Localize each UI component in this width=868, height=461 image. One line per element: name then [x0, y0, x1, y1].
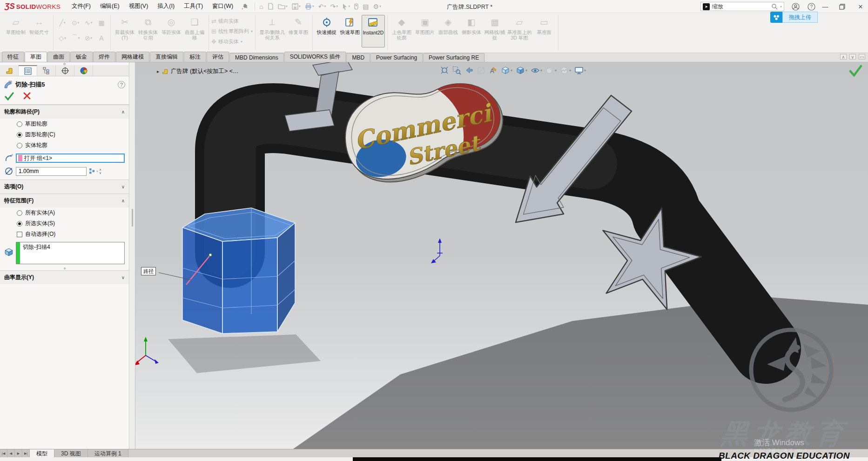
nav-next-icon[interactable]: ▶ — [15, 449, 22, 457]
linear-pattern-button[interactable]: ⊞线性草图阵列▾ — [211, 28, 253, 35]
ellipse-tool-icon[interactable]: ⊘▾ — [85, 34, 92, 42]
nav-prev-icon[interactable]: ◀ — [7, 449, 15, 457]
arc-tool-icon[interactable]: ⌒▾ — [71, 34, 80, 42]
confirmation-corner[interactable] — [848, 65, 862, 77]
view-orientation-icon[interactable]: ▾ — [501, 66, 512, 75]
splitter-grip[interactable] — [132, 209, 133, 227]
radio-selected-bodies[interactable]: 所选实体(S) — [0, 218, 129, 229]
menu-file[interactable]: 文件(F) — [67, 1, 95, 12]
instant2d-button[interactable]: Instant2D — [362, 15, 385, 47]
ribbon-collapse-icon[interactable]: ∧ — [840, 54, 847, 60]
section-options[interactable]: 选项(O) ∨ — [0, 180, 129, 194]
diameter-input[interactable] — [19, 168, 84, 174]
undo-icon[interactable]: ↶▾ — [317, 2, 328, 11]
repair-sketch-button[interactable]: ✎ 修复草图 — [287, 15, 310, 47]
configuration-manager-tab[interactable] — [37, 65, 56, 76]
annotation-view-icon[interactable]: A — [489, 66, 498, 75]
tree-expand-icon[interactable]: ▸ — [157, 69, 159, 74]
text-tool-icon[interactable]: A — [99, 34, 103, 42]
tab-evaluate[interactable]: 评估 — [207, 52, 229, 62]
bodies-selection-list[interactable]: 切除-扫描4 — [16, 242, 125, 264]
zoom-to-area-icon[interactable] — [452, 66, 461, 75]
menu-insert[interactable]: 插入(I) — [153, 1, 179, 12]
radio-circular-profile[interactable]: 圆形轮廓(C) — [0, 129, 129, 140]
section-profile-path[interactable]: 轮廓和路径(P) ∧ — [0, 105, 129, 119]
menu-edit[interactable]: 编辑(E) — [95, 1, 124, 12]
tab-3d-views[interactable]: 3D 视图 — [54, 449, 88, 457]
sketch-button[interactable]: ▱ 草图绘制 — [4, 15, 27, 47]
tab-addins[interactable]: SOLIDWORKS 插件 — [284, 52, 346, 62]
cancel-x-button[interactable] — [23, 92, 31, 100]
reference-plane-button[interactable]: ▭ 基准面 — [532, 15, 556, 47]
section-feature-scope[interactable]: 特征范围(F) ∧ — [0, 194, 129, 207]
radio-sketch-profile[interactable]: 草图轮廓 — [0, 119, 129, 129]
tab-mbd[interactable]: MBD — [346, 53, 370, 62]
tab-sheet-metal[interactable]: 钣金 — [70, 52, 93, 62]
drag-upload-button[interactable]: 拖拽上传 — [782, 12, 818, 23]
path-endpoint[interactable] — [209, 254, 212, 256]
smart-dimension-button[interactable]: ↔ 智能尺寸 — [27, 15, 51, 47]
circle-tool-icon[interactable]: ⊙▾ — [72, 19, 79, 27]
selected-body-box[interactable] — [182, 208, 295, 334]
spline-tool-icon[interactable]: ∿▾ — [85, 19, 92, 27]
sketch3d-on-plane-button[interactable]: ▱ 基准面上的 3D 草图 — [506, 15, 532, 47]
graphics-viewport[interactable]: Commerci Street — [135, 62, 868, 449]
select-cursor-icon[interactable]: ▾ — [341, 2, 351, 11]
property-manager-tab[interactable] — [19, 65, 37, 76]
help-icon[interactable]: ? — [806, 2, 816, 11]
quick-sketch-button[interactable]: 快速草图 — [338, 15, 362, 47]
netdisk-upload-overlay[interactable]: 拖拽上传 — [770, 12, 818, 23]
tab-power-surfacing-re[interactable]: Power Surfacing RE — [423, 53, 484, 62]
tab-sketch[interactable]: 草图 — [25, 52, 47, 62]
ok-check-button[interactable] — [5, 92, 14, 100]
apply-scene-icon[interactable]: ▾ — [560, 66, 571, 75]
menu-tools[interactable]: 工具(T) — [179, 1, 208, 12]
3d-scene[interactable]: Commerci Street — [135, 62, 868, 449]
quick-snaps-button[interactable]: 快速捕捉 — [315, 15, 338, 47]
tab-mesh-modeling[interactable]: 网格建模 — [116, 52, 149, 62]
command-list-icon[interactable]: ▤ — [361, 2, 370, 11]
search-input[interactable] — [712, 3, 769, 10]
tab-markup[interactable]: 标注 — [184, 52, 206, 62]
silhouette-entities-button[interactable]: ◧ 侧影实体 — [460, 15, 483, 47]
move-entities-button[interactable]: ✥移动实体▾ — [211, 38, 253, 45]
tab-surfaces[interactable]: 曲面 — [47, 52, 70, 62]
save-icon[interactable]: ▾ — [290, 2, 302, 11]
search-magnifier-icon[interactable] — [771, 3, 778, 10]
options-gear-icon[interactable]: ⚙▾ — [372, 2, 383, 11]
dimxpert-manager-tab[interactable] — [56, 65, 74, 76]
tab-power-surfacing[interactable]: Power Surfacing — [370, 53, 423, 62]
selected-body-item[interactable]: 切除-扫描4 — [20, 242, 53, 264]
offset-entities-button[interactable]: ◎ 等距实体 — [160, 15, 183, 47]
tab-weldments[interactable]: 焊件 — [93, 52, 115, 62]
close-button[interactable]: ✕ — [855, 2, 866, 11]
zoom-to-fit-icon[interactable] — [440, 66, 449, 75]
print-icon[interactable]: ▾ — [303, 2, 316, 11]
display-manager-tab[interactable] — [74, 65, 93, 76]
nav-last-icon[interactable]: ▶| — [22, 449, 30, 457]
mirror-entities-button[interactable]: ⇄镜向实体 — [211, 18, 253, 25]
feature-tree-flyout[interactable]: ▸ 广告牌 (默认<按加工> <… — [157, 67, 239, 75]
section-view-icon[interactable] — [477, 66, 485, 75]
pin-menu-icon[interactable] — [242, 3, 248, 10]
section-curvature-display[interactable]: 曲率显示(Y) ∨ — [0, 270, 129, 284]
menu-view[interactable]: 视图(V) — [124, 1, 153, 12]
tab-direct-editing[interactable]: 直接编辑 — [150, 52, 183, 62]
search-caret-icon[interactable]: ▾ — [780, 5, 782, 9]
radio-solid-profile[interactable]: 实体轮廓 — [0, 140, 129, 151]
display-style-icon[interactable]: ▾ — [516, 66, 527, 75]
menu-window[interactable]: 窗口(W) — [208, 1, 238, 12]
ribbon-pin-icon[interactable]: ▭ — [859, 54, 865, 60]
mouse-gesture-toggle-icon[interactable] — [353, 2, 360, 11]
tab-model[interactable]: 模型 — [30, 449, 54, 457]
feature-manager-tab[interactable] — [0, 65, 19, 76]
home-icon[interactable]: ⌂ — [258, 2, 264, 11]
previous-view-icon[interactable] — [464, 66, 473, 75]
edit-appearance-icon[interactable]: ▾ — [545, 66, 557, 75]
redo-icon[interactable]: ↷▾ — [329, 2, 340, 11]
tab-motion-study[interactable]: 运动算例 1 — [88, 449, 128, 457]
ribbon-expand-icon[interactable]: ∨ — [849, 54, 856, 60]
shaded-sketch-contours-button[interactable]: ◆ 上色草图轮廓 — [390, 15, 413, 47]
display-delete-relations-button[interactable]: ⟂ 显示/删除几何关系 — [258, 15, 287, 47]
tree-root-label[interactable]: 广告牌 (默认<按加工> <… — [171, 67, 239, 75]
